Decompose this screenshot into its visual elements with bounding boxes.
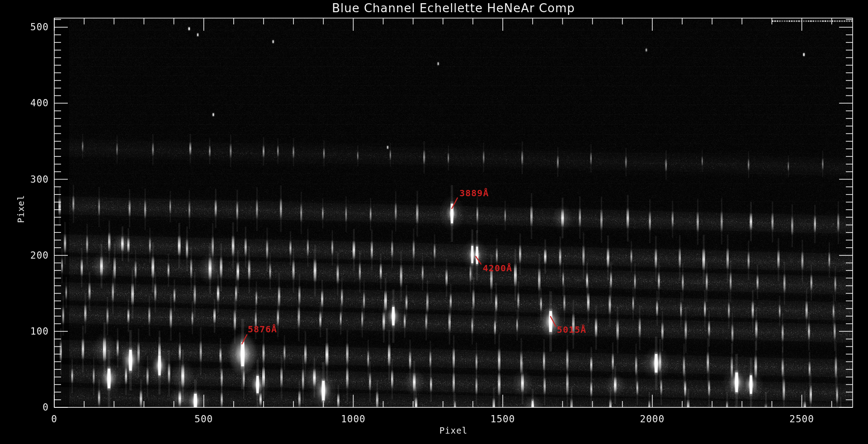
x-tick-label: 500 (194, 414, 213, 425)
y-tick-label: 500 (30, 22, 49, 33)
wavelength-label: 3889Å (459, 188, 489, 198)
x-tick-label: 1000 (341, 414, 366, 425)
x-tick-label: 1500 (491, 414, 515, 425)
y-tick-label: 400 (30, 98, 49, 109)
wavelength-label: 5876Å (248, 324, 277, 335)
x-tick-label: 0 (51, 414, 57, 425)
x-tick-label: 2500 (789, 414, 814, 425)
plot-window: Blue Channel Echellette HeNeAr Comp Pixe… (0, 0, 868, 444)
y-axis-title: Pixel (16, 195, 26, 223)
y-tick-label: 0 (42, 402, 49, 413)
wavelength-label: 5015Å (557, 324, 586, 335)
y-tick-label: 300 (30, 174, 49, 185)
y-tick-label: 200 (30, 250, 49, 261)
echelle-image-canvas (0, 0, 868, 444)
x-axis-title: Pixel (439, 425, 467, 435)
page-title: Blue Channel Echellette HeNeAr Comp (332, 1, 575, 15)
wavelength-label: 4200Å (483, 263, 512, 274)
x-tick-label: 2000 (640, 414, 665, 425)
y-tick-label: 100 (30, 326, 49, 337)
